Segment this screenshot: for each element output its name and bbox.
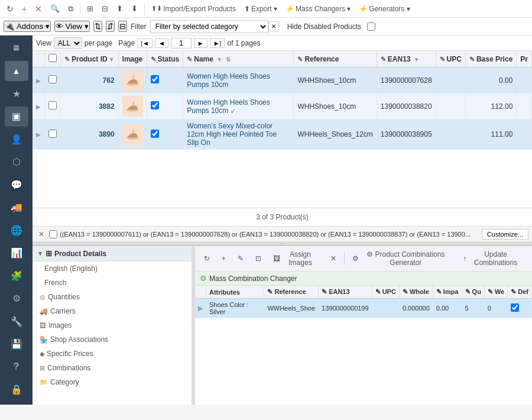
question-nav-icon[interactable]: ? — [5, 357, 28, 377]
tree-images[interactable]: 🖼 Images — [33, 318, 192, 332]
cth-ean13[interactable]: ✎ EAN13 — [319, 286, 372, 299]
cth-reference[interactable]: ✎ Reference — [264, 286, 319, 299]
row-checkbox[interactable] — [48, 130, 57, 138]
th-reference[interactable]: ✎Reference — [294, 51, 377, 67]
rp-edit-btn[interactable]: ✎ — [233, 253, 248, 264]
hide-disabled-checkbox[interactable] — [367, 22, 375, 31]
hamburger-icon[interactable]: ≡ — [5, 38, 28, 59]
check-cell[interactable] — [45, 67, 61, 93]
check-cell[interactable] — [45, 119, 61, 150]
filter-clear-btn[interactable]: ✕ — [268, 21, 279, 31]
expand-cell[interactable]: ▶ — [33, 93, 45, 119]
collapse-btn[interactable]: ▼ — [37, 250, 43, 257]
filter-dropdown[interactable]: Filter by selected category ✕ — [150, 20, 279, 33]
next-page-btn[interactable]: ► — [194, 38, 207, 48]
duplicate-button[interactable]: ⧉ — [65, 2, 76, 15]
box-nav-icon[interactable]: ▣ — [5, 106, 28, 127]
last-page-btn[interactable]: ►| — [210, 38, 225, 48]
tree-combinations[interactable]: ⊞ Combinations — [33, 361, 192, 375]
chart-nav-icon[interactable]: 📊 — [5, 243, 28, 264]
tree-specific-prices[interactable]: ◆ Specific Prices — [33, 347, 192, 361]
prev-page-btn[interactable]: ◄ — [155, 38, 168, 48]
lock-nav-icon[interactable]: 🔒 — [5, 380, 28, 400]
update-combinations-btn[interactable]: ↑ Update Combinations — [459, 248, 527, 269]
assign-images-btn[interactable]: 🖼 Assign Images — [269, 248, 323, 269]
comb-def-checkbox[interactable] — [511, 303, 519, 312]
status-cell[interactable] — [147, 119, 183, 150]
puzzle-nav-icon[interactable]: 🧩 — [5, 266, 28, 286]
status-checkbox[interactable] — [151, 130, 159, 138]
page-number-input[interactable]: 1 — [171, 38, 192, 49]
expand-cell[interactable]: ▶ — [33, 67, 45, 93]
refresh-button[interactable]: ↻ — [4, 2, 17, 15]
search-button[interactable]: 🔍 — [47, 2, 63, 15]
product-id-cell[interactable]: 3882 — [61, 93, 119, 119]
filter-toggle-button[interactable]: ⊟ — [118, 21, 127, 32]
shield-nav-icon[interactable]: ⬡ — [5, 152, 28, 173]
tree-category[interactable]: 📁 Category — [33, 375, 192, 389]
grid-button[interactable]: ⊞ — [84, 2, 96, 15]
star-nav-icon[interactable]: ★ — [5, 83, 28, 104]
cth-upc[interactable]: ✎ UPC — [372, 286, 399, 299]
status-cell[interactable] — [147, 67, 183, 93]
filter-close-btn[interactable]: ✕ — [36, 230, 47, 238]
view-button[interactable]: 👁 View ▾ — [54, 21, 90, 32]
logo-icon[interactable]: ▲ — [5, 61, 28, 82]
drive-nav-icon[interactable]: 💾 — [5, 334, 28, 355]
chat-nav-icon[interactable]: 💬 — [5, 175, 28, 195]
truck-nav-icon[interactable]: 🚚 — [5, 198, 28, 218]
lang-french[interactable]: French — [33, 276, 192, 290]
customize-button[interactable]: Customize... — [482, 229, 528, 240]
status-checkbox[interactable] — [151, 101, 159, 109]
th-status[interactable]: ✎Status — [147, 51, 183, 67]
cth-impa[interactable]: ✎ Impa — [433, 286, 462, 299]
row-checkbox[interactable] — [48, 75, 57, 83]
product-id-cell[interactable]: 3890 — [61, 119, 119, 150]
check-cell[interactable] — [45, 93, 61, 119]
cth-attributes[interactable]: Attributes — [206, 286, 264, 299]
comb-expand-cell[interactable]: ▶ — [195, 299, 206, 318]
th-product-id[interactable]: ✎Product ID▼ — [61, 51, 119, 67]
th-name[interactable]: ✎Name ▼ ⇅ — [183, 51, 294, 67]
add-button[interactable]: + — [19, 2, 30, 15]
filter-select[interactable]: Filter by selected category — [150, 20, 268, 33]
cth-we[interactable]: ✎ We — [484, 286, 507, 299]
download-button[interactable]: ⬇ — [128, 2, 141, 15]
combinations-generator-btn[interactable]: ⚙ ⚙ Product Combinations Generator — [348, 248, 455, 269]
rp-close-btn[interactable]: ✕ — [326, 253, 340, 264]
mass-changers-button[interactable]: ⚡ Mass Changers ▾ — [283, 3, 353, 15]
product-id-cell[interactable]: 762 — [61, 67, 119, 93]
first-page-btn[interactable]: |◄ — [137, 38, 153, 48]
tree-quantities[interactable]: ◎ Quantities — [33, 290, 192, 304]
lang-english[interactable]: English (English) — [33, 261, 192, 276]
status-checkbox[interactable] — [151, 75, 159, 83]
addons-button[interactable]: 🔌 Addons ▾ — [4, 21, 51, 32]
delete-button[interactable]: ✕ — [32, 2, 45, 15]
expand-cell[interactable]: ▶ — [33, 119, 45, 150]
per-page-select[interactable]: ALL — [54, 37, 82, 49]
expand-arrow[interactable]: ▶ — [36, 77, 41, 84]
person-nav-icon[interactable]: 👤 — [5, 129, 28, 150]
tree-shop-associations[interactable]: 🏪 Shop Associations — [33, 332, 192, 347]
globe-nav-icon[interactable]: 🌐 — [5, 220, 28, 241]
export-button[interactable]: ⬆ Export ▾ — [241, 3, 280, 15]
generators-button[interactable]: ⚡ Generators ▾ — [356, 3, 413, 15]
cth-def[interactable]: ✎ Def — [508, 286, 532, 299]
comb-def-cell[interactable] — [508, 299, 532, 318]
th-upc[interactable]: ✎UPC — [436, 51, 465, 67]
rp-add-btn[interactable]: + — [218, 253, 230, 264]
select-all-checkbox[interactable] — [48, 54, 57, 62]
product-name-cell[interactable]: Women High Heels Shoes Pumps 10cm ↙ — [183, 93, 294, 119]
cth-whole[interactable]: ✎ Whole — [399, 286, 433, 299]
status-cell[interactable] — [147, 93, 183, 119]
row-checkbox[interactable] — [48, 101, 57, 109]
rp-duplicate-btn[interactable]: ⊡ — [251, 253, 265, 264]
upload-button[interactable]: ⬆ — [113, 2, 126, 15]
expand-arrow[interactable]: ▶ — [36, 104, 41, 110]
cth-qu[interactable]: ✎ Qu — [462, 286, 484, 299]
sql-button[interactable]: ⊟ — [99, 2, 111, 15]
product-name-cell[interactable]: Women High Heels Shoes Pumps 10cm — [183, 67, 294, 93]
sort-desc-button[interactable]: ⇵ — [106, 21, 115, 32]
wrench-nav-icon[interactable]: 🔧 — [5, 311, 28, 332]
import-export-button[interactable]: ⬆⬇ Import/Export Products — [148, 3, 239, 15]
